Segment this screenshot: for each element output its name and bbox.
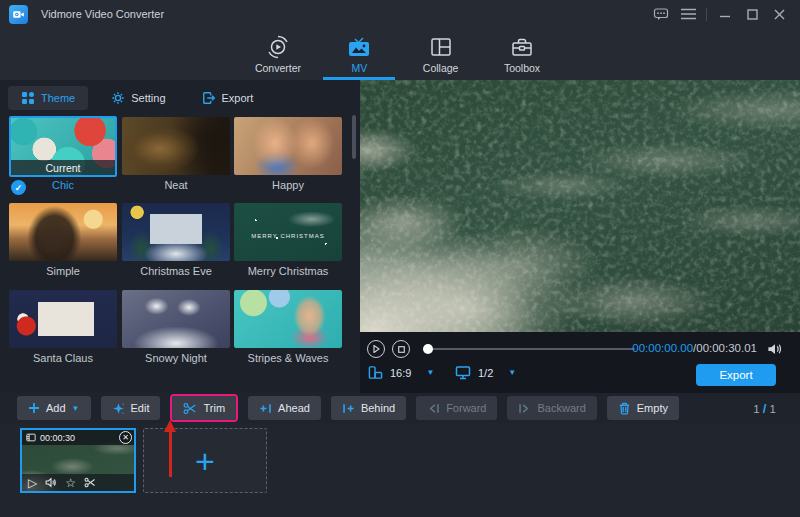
clip-counter: 1 / 1 xyxy=(753,401,776,416)
player-controls: 00:00:00.00/00:00:30.01 16:9 ▼ 1/2 ▼ Exp… xyxy=(360,332,800,393)
clip-effect-icon[interactable]: ☆ xyxy=(65,476,76,490)
scissors-icon xyxy=(183,402,197,415)
screen-select[interactable]: 1/2 ▼ xyxy=(455,365,516,380)
theme-name: Stripes & Waves xyxy=(234,352,342,364)
add-button[interactable]: Add ▼ xyxy=(17,396,91,420)
clip-info-bar: 00:00:30 xyxy=(22,430,134,445)
tab-converter[interactable]: Converter xyxy=(240,28,316,80)
tab-toolbox-label: Toolbox xyxy=(504,62,540,74)
theme-item-christmas-eve[interactable]: Christmas Eve xyxy=(122,203,230,277)
plus-icon xyxy=(28,402,40,414)
theme-item-neat[interactable]: Neat xyxy=(122,117,230,191)
theme-thumb xyxy=(234,117,342,175)
theme-item-chic[interactable]: Current ✓ Chic xyxy=(9,116,117,191)
behind-button[interactable]: Behind xyxy=(331,396,406,420)
maximize-button[interactable] xyxy=(743,5,761,23)
clip-duration: 00:00:30 xyxy=(40,433,75,443)
forward-button[interactable]: Forward xyxy=(416,396,497,420)
trim-highlight-box: Trim xyxy=(170,394,238,422)
panel-tabs: Theme Setting Export xyxy=(8,83,266,113)
chevron-down-icon: ▼ xyxy=(508,368,516,377)
titlebar: Vidmore Video Converter xyxy=(0,0,800,28)
feedback-icon[interactable] xyxy=(652,5,670,23)
tab-export-label: Export xyxy=(222,92,254,104)
time-display: 00:00:00.00/00:00:30.01 xyxy=(632,342,757,354)
theme-thumb xyxy=(122,117,230,175)
timeline: 00:00:30 ✕ ▷ ☆ + xyxy=(0,423,800,517)
stop-button[interactable] xyxy=(392,340,410,358)
play-button[interactable] xyxy=(367,340,385,358)
plus-icon: + xyxy=(195,444,215,478)
theme-item-merry-christmas[interactable]: MERRY CHRISTMAS Merry Christmas xyxy=(234,203,342,277)
film-icon xyxy=(26,433,36,442)
insert-ahead-icon xyxy=(259,402,272,415)
theme-item-happy[interactable]: Happy xyxy=(234,117,342,191)
clip-volume-icon[interactable] xyxy=(45,477,57,488)
tab-setting[interactable]: Setting xyxy=(98,86,178,110)
theme-thumb: MERRY CHRISTMAS xyxy=(234,203,342,261)
screen-page-value: 1/2 xyxy=(478,367,493,379)
remove-clip-icon[interactable]: ✕ xyxy=(119,431,132,444)
ahead-button[interactable]: Ahead xyxy=(248,396,321,420)
theme-name: Christmas Eve xyxy=(122,265,230,277)
tab-theme[interactable]: Theme xyxy=(8,86,88,110)
timeline-clip[interactable]: 00:00:30 ✕ ▷ ☆ xyxy=(20,428,136,493)
app-window: Vidmore Video Converter Conve xyxy=(0,0,800,517)
clip-play-icon[interactable]: ▷ xyxy=(28,476,37,490)
empty-button[interactable]: Empty xyxy=(607,396,679,420)
close-button[interactable] xyxy=(770,5,788,23)
foam-texture xyxy=(360,80,800,332)
theme-panel: Theme Setting Export Current ✓ Chic xyxy=(0,80,360,393)
tab-mv-label: MV xyxy=(351,62,367,74)
tab-mv[interactable]: MV xyxy=(321,28,397,80)
top-nav: Converter MV Collage Toolbox xyxy=(0,28,800,80)
time-total: /00:00:30.01 xyxy=(693,342,757,354)
theme-name: Snowy Night xyxy=(122,352,230,364)
theme-thumb xyxy=(122,290,230,348)
add-clip-slot[interactable]: + xyxy=(143,428,267,493)
theme-thumb: Current xyxy=(9,116,117,177)
aspect-ratio-select[interactable]: 16:9 ▼ xyxy=(368,365,434,380)
theme-item-santa-claus[interactable]: Santa Claus xyxy=(9,290,117,364)
backward-button[interactable]: Backward xyxy=(507,396,596,420)
tab-theme-label: Theme xyxy=(41,92,75,104)
trim-button[interactable]: Trim xyxy=(172,396,236,420)
theme-name: Santa Claus xyxy=(9,352,117,364)
tab-collage-label: Collage xyxy=(423,62,459,74)
move-forward-icon xyxy=(427,402,440,415)
theme-thumb xyxy=(122,203,230,261)
progress-handle[interactable] xyxy=(423,344,433,354)
theme-thumb xyxy=(9,290,117,348)
tab-collage[interactable]: Collage xyxy=(403,28,479,80)
theme-item-stripes-waves[interactable]: Stripes & Waves xyxy=(234,290,342,364)
edit-button[interactable]: Edit xyxy=(101,396,161,420)
insert-behind-icon xyxy=(342,402,355,415)
theme-item-simple[interactable]: Simple xyxy=(9,203,117,277)
theme-grid: Current ✓ Chic Neat Happy Simple Christm… xyxy=(0,116,352,393)
progress-slider[interactable] xyxy=(423,348,635,350)
theme-name: Simple xyxy=(9,265,117,277)
tab-export[interactable]: Export xyxy=(189,86,267,110)
theme-item-snowy-night[interactable]: Snowy Night xyxy=(122,290,230,364)
selected-check-icon: ✓ xyxy=(11,180,26,195)
volume-icon[interactable] xyxy=(767,342,782,356)
chevron-down-icon: ▼ xyxy=(72,404,80,413)
window-title: Vidmore Video Converter xyxy=(41,8,164,20)
export-button[interactable]: Export xyxy=(696,364,776,386)
thumb-caption: MERRY CHRISTMAS xyxy=(234,233,342,239)
theme-scrollbar[interactable] xyxy=(352,115,356,159)
tab-toolbox[interactable]: Toolbox xyxy=(484,28,560,80)
chevron-down-icon: ▼ xyxy=(426,368,434,377)
trash-icon xyxy=(618,402,631,415)
video-preview xyxy=(360,80,800,332)
minimize-button[interactable] xyxy=(716,5,734,23)
mv-toolbar: Add ▼ Edit Trim Ahead Behind Forward B xyxy=(0,393,800,423)
clip-tools: ▷ ☆ xyxy=(22,474,134,491)
theme-thumb xyxy=(9,203,117,261)
menu-icon[interactable] xyxy=(679,5,697,23)
app-logo-icon xyxy=(9,5,28,24)
clip-trim-icon[interactable] xyxy=(84,477,96,488)
theme-thumb xyxy=(234,290,342,348)
tab-setting-label: Setting xyxy=(131,92,165,104)
time-current: 00:00:00.00 xyxy=(632,342,693,354)
